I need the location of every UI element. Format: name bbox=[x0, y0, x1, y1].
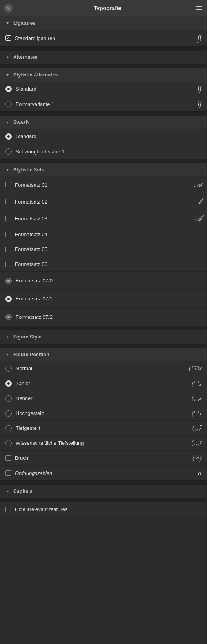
radio-ss07-0[interactable] bbox=[5, 278, 12, 284]
gap-3 bbox=[0, 112, 207, 116]
checkbox-ss03[interactable] bbox=[5, 216, 11, 221]
item-fp-normal[interactable]: Normal (123x bbox=[0, 361, 207, 376]
menu-button[interactable] bbox=[194, 4, 203, 13]
item-fp-wiss[interactable]: Wissenschaftliche Tiefstellung (123x̄ bbox=[0, 436, 207, 451]
label-ss07-2: Formatsatz 07/2 bbox=[16, 314, 202, 320]
item-fp-hoch[interactable]: Hochgestellt (123x bbox=[0, 406, 207, 421]
item-fp-nenner[interactable]: Nenner (123x bbox=[0, 391, 207, 406]
ligatures-content: Standardligaturen ﬂ bbox=[0, 30, 207, 46]
item-fp-ord[interactable]: Ordnungszahlen a bbox=[0, 466, 207, 480]
radio-fp-nenner[interactable] bbox=[5, 395, 12, 402]
radio-sw-schwung1[interactable] bbox=[5, 148, 12, 155]
label-ss03: Formatsatz 03 bbox=[15, 216, 186, 222]
chevron-swash-icon bbox=[5, 120, 10, 125]
checkbox-ss05[interactable] bbox=[5, 247, 11, 252]
item-fp-zaehler[interactable]: Zähler (123x bbox=[0, 376, 207, 391]
label-fp-wiss: Wissenschaftliche Tiefstellung bbox=[16, 440, 186, 446]
section-stylistic-alternates: Stylistic Alternates Standard ij Formatv… bbox=[0, 68, 207, 112]
item-ss02[interactable]: Formatsatz 02 𝒷 bbox=[0, 193, 207, 210]
preview-fp-zaehler: (123x bbox=[186, 380, 202, 387]
item-sa-formatvariante1[interactable]: Formatvariante 1 ij bbox=[0, 96, 207, 111]
preview-sa-formatvariante1: ij bbox=[186, 100, 202, 108]
label-fp-ord: Ordnungszahlen bbox=[15, 470, 186, 476]
section-figure-style-header[interactable]: Figure Style bbox=[0, 330, 207, 344]
item-ss05[interactable]: Formatsatz 05 bbox=[0, 242, 207, 257]
item-sa-standard[interactable]: Standard ij bbox=[0, 82, 207, 96]
item-ss06[interactable]: Formatsatz 06 bbox=[0, 257, 207, 272]
section-capitals: Capitals bbox=[0, 485, 207, 498]
preview-fp-tief: (123x bbox=[186, 425, 202, 432]
item-ss07-1[interactable]: Formatsatz 07/1 bbox=[0, 290, 207, 308]
gap-2 bbox=[0, 64, 207, 68]
label-ss02: Formatsatz 02 bbox=[15, 199, 186, 205]
section-figure-style: Figure Style bbox=[0, 330, 207, 344]
svg-marker-4 bbox=[6, 74, 9, 76]
preview-sa-standard: ij bbox=[186, 85, 202, 93]
label-sa-formatvariante1: Formatvariante 1 bbox=[16, 101, 186, 107]
item-sw-standard[interactable]: Standard bbox=[0, 129, 207, 144]
item-ss04[interactable]: Formatsatz 04 bbox=[0, 227, 207, 242]
section-stylistic-sets: Stylistic Sets Formatsatz 01 𝒜 Formatsat… bbox=[0, 163, 207, 326]
close-button[interactable] bbox=[4, 4, 13, 13]
preview-fp-ord: a bbox=[186, 469, 202, 477]
item-fp-bruch[interactable]: Bruch (½) bbox=[0, 451, 207, 466]
panel-title: Typografie bbox=[20, 5, 194, 11]
svg-marker-8 bbox=[6, 354, 9, 356]
checkbox-hide-irrelevant[interactable] bbox=[5, 507, 11, 512]
chevron-stylistic-sets-icon bbox=[5, 167, 10, 173]
stylistic-sets-content: Formatsatz 01 𝒜 Formatsatz 02 𝒷 Formatsa… bbox=[0, 176, 207, 326]
section-ligatures-header[interactable]: Ligatures bbox=[0, 16, 207, 30]
preview-fp-hoch: (123x bbox=[186, 410, 202, 417]
radio-sa-standard[interactable] bbox=[5, 86, 12, 92]
gap-6 bbox=[0, 344, 207, 348]
section-figure-style-title: Figure Style bbox=[13, 334, 42, 340]
item-ss07-0[interactable]: Formatsatz 07/0 bbox=[0, 272, 207, 290]
label-standardligaturen: Standardligaturen bbox=[15, 35, 186, 41]
radio-sa-formatvariante1[interactable] bbox=[5, 101, 12, 107]
label-ss07-1: Formatsatz 07/1 bbox=[16, 296, 202, 302]
checkbox-fp-ord[interactable] bbox=[5, 470, 11, 476]
stylistic-alternates-content: Standard ij Formatvariante 1 ij bbox=[0, 82, 207, 111]
section-figure-position-title: Figure Position bbox=[13, 352, 49, 357]
section-swash-header[interactable]: Swash bbox=[0, 116, 207, 129]
checkbox-ss06[interactable] bbox=[5, 262, 11, 267]
radio-fp-wiss[interactable] bbox=[5, 440, 12, 446]
chevron-stylistic-alternates-icon bbox=[5, 72, 10, 78]
checkbox-ss02[interactable] bbox=[5, 199, 11, 204]
preview-fp-bruch: (½) bbox=[186, 455, 202, 462]
section-stylistic-sets-title: Stylistic Sets bbox=[13, 167, 44, 173]
item-standardligaturen[interactable]: Standardligaturen ﬂ bbox=[0, 30, 207, 46]
item-ss01[interactable]: Formatsatz 01 𝒜 bbox=[0, 176, 207, 193]
radio-fp-hoch[interactable] bbox=[5, 410, 12, 417]
section-stylistic-alternates-header[interactable]: Stylistic Alternates bbox=[0, 68, 207, 82]
section-stylistic-sets-header[interactable]: Stylistic Sets bbox=[0, 163, 207, 176]
footer-row[interactable]: Hide irrelevant features bbox=[0, 502, 207, 516]
chevron-figure-style-icon bbox=[5, 334, 10, 340]
section-alternates-header[interactable]: Alternates bbox=[0, 51, 207, 64]
label-sw-standard: Standard bbox=[16, 133, 202, 139]
checkbox-ss04[interactable] bbox=[5, 232, 11, 237]
section-figure-position-header[interactable]: Figure Position bbox=[0, 348, 207, 361]
label-fp-zaehler: Zähler bbox=[16, 380, 186, 386]
radio-ss07-1[interactable] bbox=[5, 296, 12, 302]
section-alternates-title: Alternates bbox=[13, 55, 38, 60]
item-ss03[interactable]: Formatsatz 03 𝒜 bbox=[0, 210, 207, 227]
item-sw-schwung1[interactable]: Schwungbuchstabe 1 bbox=[0, 144, 207, 159]
radio-fp-normal[interactable] bbox=[5, 366, 12, 372]
label-fp-hoch: Hochgestellt bbox=[16, 410, 186, 416]
item-ss07-2[interactable]: Formatsatz 07/2 bbox=[0, 308, 207, 326]
item-fp-tief[interactable]: Tiefgestellt (123x bbox=[0, 421, 207, 436]
section-capitals-header[interactable]: Capitals bbox=[0, 485, 207, 498]
chevron-figure-position-icon bbox=[5, 352, 10, 357]
radio-fp-zaehler[interactable] bbox=[5, 380, 12, 387]
checkbox-fp-bruch[interactable] bbox=[5, 455, 11, 461]
svg-marker-7 bbox=[7, 336, 9, 338]
section-alternates: Alternates bbox=[0, 51, 207, 64]
radio-sw-standard[interactable] bbox=[5, 133, 12, 140]
radio-fp-tief[interactable] bbox=[5, 425, 12, 431]
radio-ss07-2[interactable] bbox=[5, 314, 12, 320]
checkbox-standardligaturen[interactable] bbox=[5, 35, 11, 41]
drag-handle[interactable] bbox=[16, 7, 16, 9]
label-fp-normal: Normal bbox=[16, 366, 186, 371]
checkbox-ss01[interactable] bbox=[5, 182, 11, 187]
